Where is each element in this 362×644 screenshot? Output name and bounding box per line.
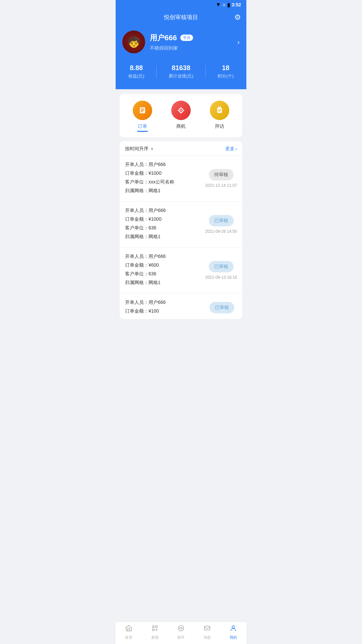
order-status-btn-3[interactable]: 已审核 [209, 261, 234, 272]
order-amount-4: 订单金额：¥100 [125, 308, 203, 315]
nav-message-label: 消息 [203, 635, 211, 640]
order-icon [133, 101, 152, 120]
svg-rect-17 [204, 626, 210, 630]
sort-label: 按时间升序 [125, 146, 148, 152]
nav-item-profile[interactable]: 我的 [223, 625, 243, 640]
stat-divider-2 [205, 65, 206, 78]
order-network-2: 归属网格：网格1 [125, 233, 201, 240]
tab-opportunity-label: 商机 [176, 123, 186, 129]
order-network-1: 归属网格：网格1 [125, 187, 201, 194]
sort-control[interactable]: 按时间升序 ⬍ [125, 146, 154, 152]
order-opener-3: 开单人员：用户666 [125, 253, 201, 260]
order-status-btn-2[interactable]: 已审核 [209, 215, 234, 226]
svg-rect-13 [153, 629, 155, 631]
order-right-4: 已审核 [207, 302, 237, 313]
nav-item-home[interactable]: 首页 [119, 625, 139, 640]
bottom-spacer [120, 323, 242, 343]
order-network-3: 归属网格：网格1 [125, 279, 201, 286]
profile-section: 🧒 用户666 学员 不晓得回到家 › 8.88 收益(元) 81638 累计业… [116, 25, 246, 89]
bottom-nav: 首页 发现 助手 [116, 622, 246, 644]
home-icon [125, 625, 132, 634]
profile-name-row: 用户666 学员 [150, 33, 233, 43]
order-item-4[interactable]: 开单人员：用户666 订单金额：¥100 已审核 [120, 293, 242, 319]
nav-home-label: 首页 [125, 635, 132, 640]
profile-name: 用户666 [150, 33, 177, 43]
nav-item-message[interactable]: 消息 [197, 625, 217, 640]
tab-row: 订单 商机 [123, 101, 239, 132]
order-info-4: 开单人员：用户666 订单金额：¥100 [125, 299, 203, 316]
stats-row: 8.88 收益(元) 81638 累计业绩(元) 18 积分(个) [122, 61, 240, 79]
order-right-3: 已审核 2021-09-13 16:18 [205, 261, 237, 280]
order-amount-1: 订单金额：¥1000 [125, 170, 201, 177]
order-info-3: 开单人员：用户666 订单金额：¥600 客户单位：636 归属网格：网格1 [125, 253, 201, 288]
nav-item-discover[interactable]: 发现 [145, 625, 165, 640]
profile-info: 用户666 学员 不晓得回到家 [150, 33, 233, 51]
order-opener-1: 开单人员：用户666 [125, 161, 201, 168]
status-icons: ▼ ▣ ▮ 3:52 [216, 2, 241, 8]
status-bar: ▼ ▣ ▮ 3:52 [116, 0, 246, 9]
svg-rect-2 [141, 110, 144, 111]
tab-card: 订单 商机 [120, 94, 242, 137]
sort-icon: ⬍ [150, 147, 154, 151]
svg-rect-3 [141, 111, 143, 112]
more-button[interactable]: 更多 › [225, 146, 237, 152]
visit-icon [210, 101, 229, 120]
order-item-3[interactable]: 开单人员：用户666 订单金额：¥600 客户单位：636 归属网格：网格1 已… [120, 248, 242, 293]
stat-performance: 81638 累计业绩(元) [169, 64, 193, 79]
order-status-btn-4[interactable]: 已审核 [209, 302, 234, 313]
order-opener-4: 开单人员：用户666 [125, 299, 203, 306]
nav-item-assistant[interactable]: 助手 [171, 625, 191, 640]
order-opener-2: 开单人员：用户666 [125, 207, 201, 214]
order-date-1: 2021-12-14 11:07 [205, 183, 237, 188]
order-client-2: 客户单位：636 [125, 224, 201, 231]
avatar-image: 🧒 [122, 31, 145, 53]
profile-arrow-icon[interactable]: › [237, 38, 240, 46]
stat-points: 18 积分(个) [218, 64, 234, 79]
nav-discover-label: 发现 [151, 635, 159, 640]
tab-order-underline [137, 131, 148, 132]
battery-icon: ▮ [227, 2, 230, 8]
tab-item-visit[interactable]: 拜访 [210, 101, 229, 132]
app-header: 悦创审核项目 ⚙ [116, 9, 246, 25]
stat-points-value: 18 [222, 64, 229, 72]
status-time: 3:52 [232, 2, 241, 7]
stat-revenue: 8.88 收益(元) [128, 64, 144, 79]
list-header: 按时间升序 ⬍ 更多 › [120, 141, 242, 156]
order-client-1: 客户单位：xxx公司名称 [125, 178, 201, 185]
order-list-card: 按时间升序 ⬍ 更多 › 开单人员：用户666 订单金额：¥1000 客户单位：… [120, 141, 242, 319]
svg-point-5 [180, 110, 182, 111]
order-client-3: 客户单位：636 [125, 270, 201, 277]
tab-visit-label: 拜访 [215, 123, 224, 129]
order-item-1[interactable]: 开单人员：用户666 订单金额：¥1000 客户单位：xxx公司名称 归属网格：… [120, 156, 242, 202]
order-status-btn-1[interactable]: 待审核 [209, 169, 234, 180]
nav-assistant-label: 助手 [177, 635, 185, 640]
nav-profile-label: 我的 [230, 635, 237, 640]
order-right-1: 待审核 2021-12-14 11:07 [205, 169, 237, 188]
stat-performance-label: 累计业绩(元) [169, 73, 193, 79]
signal-icon: ▣ [222, 2, 226, 7]
order-date-2: 2021-09-26 14:50 [205, 229, 237, 234]
tab-item-opportunity[interactable]: 商机 [171, 101, 191, 132]
order-amount-2: 订单金额：¥1000 [125, 216, 201, 223]
avatar: 🧒 [122, 31, 145, 53]
order-date-3: 2021-09-13 16:18 [205, 275, 237, 280]
content-area: 订单 商机 [116, 89, 246, 348]
assistant-icon [177, 625, 185, 634]
more-label: 更多 [225, 146, 235, 152]
stat-divider-1 [156, 65, 157, 78]
wifi-icon: ▼ [216, 2, 221, 8]
svg-point-18 [232, 626, 234, 628]
header-title: 悦创审核项目 [164, 13, 198, 21]
discover-icon [151, 625, 159, 634]
svg-rect-11 [153, 626, 155, 628]
tab-order-label: 订单 [138, 123, 147, 129]
order-right-2: 已审核 2021-09-26 14:50 [205, 215, 237, 234]
tab-item-order[interactable]: 订单 [133, 101, 152, 132]
svg-rect-1 [141, 109, 144, 109]
gear-icon[interactable]: ⚙ [234, 13, 241, 22]
stat-points-label: 积分(个) [218, 73, 234, 79]
stat-performance-value: 81638 [172, 64, 190, 72]
order-item-2[interactable]: 开单人员：用户666 订单金额：¥1000 客户单位：636 归属网格：网格1 … [120, 202, 242, 248]
opportunity-icon [171, 101, 191, 120]
stat-revenue-label: 收益(元) [128, 73, 144, 79]
